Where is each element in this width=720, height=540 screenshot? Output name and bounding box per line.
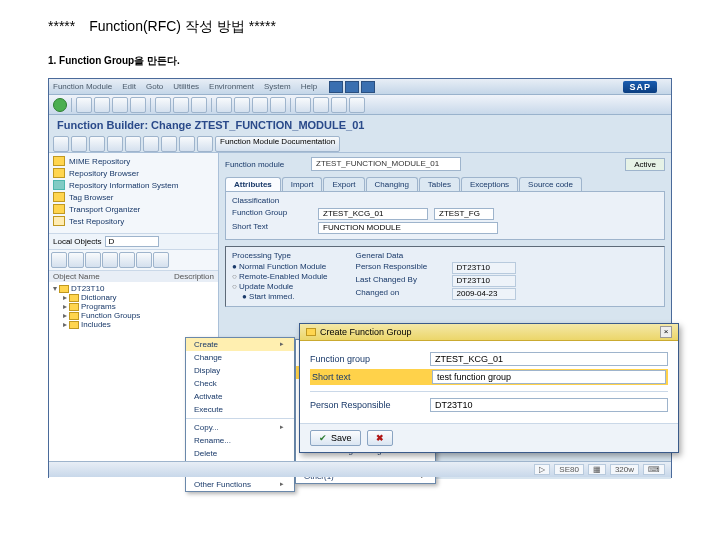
- new-session-icon[interactable]: [295, 97, 311, 113]
- tag-icon: [53, 192, 65, 202]
- dialog-save-button[interactable]: Save: [310, 430, 361, 446]
- menu-edit[interactable]: Edit: [122, 82, 136, 91]
- next-page-icon[interactable]: [252, 97, 268, 113]
- display-list-icon[interactable]: [161, 136, 177, 152]
- last-page-icon[interactable]: [270, 97, 286, 113]
- nav-up-icon[interactable]: [85, 252, 101, 268]
- prev-page-icon[interactable]: [234, 97, 250, 113]
- status-seg-tcode: SE80: [554, 464, 584, 475]
- tab-exceptions[interactable]: Exceptions: [461, 177, 518, 191]
- ctx-check[interactable]: Check: [186, 377, 294, 390]
- local-objects-input[interactable]: [105, 236, 159, 247]
- repo-test[interactable]: Test Repository: [51, 215, 216, 227]
- ctx-change[interactable]: Change: [186, 351, 294, 364]
- gen-person-label: Person Responsible: [356, 262, 446, 274]
- tree-includes[interactable]: ▸Includes: [51, 320, 216, 329]
- menu-function-module[interactable]: Function Module: [53, 82, 112, 91]
- pattern-icon[interactable]: [179, 136, 195, 152]
- fg-label: Function Group: [232, 208, 312, 220]
- tab-source[interactable]: Source code: [519, 177, 582, 191]
- menu-system[interactable]: System: [264, 82, 291, 91]
- repo-mime[interactable]: MIME Repository: [51, 155, 216, 167]
- disp-change-icon[interactable]: [53, 136, 69, 152]
- menu-environment[interactable]: Environment: [209, 82, 254, 91]
- nav-display-icon[interactable]: [119, 252, 135, 268]
- nav-refresh-icon[interactable]: [102, 252, 118, 268]
- ctx-delete[interactable]: Delete: [186, 447, 294, 460]
- fg-field[interactable]: ZTEST_KCG_01: [318, 208, 428, 220]
- repo-tag-browser[interactable]: Tag Browser: [51, 191, 216, 203]
- dialog-cancel-button[interactable]: ✖: [367, 430, 393, 446]
- local-objects-bar: Local Objects: [49, 233, 218, 250]
- ctx-rename[interactable]: Rename...: [186, 434, 294, 447]
- tab-tables[interactable]: Tables: [419, 177, 460, 191]
- close-window-icon[interactable]: [361, 81, 375, 93]
- shortcut-icon[interactable]: [313, 97, 329, 113]
- radio-remote-fm[interactable]: Remote-Enabled Module: [232, 272, 328, 281]
- ctx-copy[interactable]: Copy...: [186, 421, 294, 434]
- dlg-fg-input[interactable]: ZTEST_KCG_01: [430, 352, 668, 366]
- tree-root[interactable]: ▾DT23T10: [51, 284, 216, 293]
- tab-export[interactable]: Export: [323, 177, 364, 191]
- radio-normal-fm[interactable]: Normal Function Module: [232, 262, 328, 271]
- exit-icon[interactable]: [112, 97, 128, 113]
- radio-update-fm[interactable]: Update Module: [232, 282, 328, 291]
- maximize-icon[interactable]: [345, 81, 359, 93]
- repo-transport[interactable]: Transport Organizer: [51, 203, 216, 215]
- layout-icon[interactable]: [349, 97, 365, 113]
- dialog-title: Create Function Group: [320, 327, 412, 337]
- fm-name-field[interactable]: ZTEST_FUNCTION_MODULE_01: [311, 157, 461, 171]
- repo-browser[interactable]: Repository Browser: [51, 167, 216, 179]
- tab-attributes[interactable]: Attributes: [225, 177, 281, 191]
- dialog-close-icon[interactable]: ×: [660, 326, 672, 338]
- gen-lastchg-label: Last Changed By: [356, 275, 446, 287]
- ctx-other-functions[interactable]: Other Functions: [186, 478, 294, 491]
- app-toolbar: Function Module Documentation: [49, 135, 671, 153]
- ctx-create[interactable]: Create: [186, 338, 294, 351]
- tree-function-groups[interactable]: ▸Function Groups: [51, 311, 216, 320]
- folder-icon: [69, 321, 79, 329]
- fm-doc-icon[interactable]: Function Module Documentation: [215, 136, 340, 152]
- ctx-display[interactable]: Display: [186, 364, 294, 377]
- shorttext-field[interactable]: FUNCTION MODULE: [318, 222, 498, 234]
- first-page-icon[interactable]: [216, 97, 232, 113]
- enter-icon[interactable]: [53, 98, 67, 112]
- ctx-activate[interactable]: Activate: [186, 390, 294, 403]
- print-icon[interactable]: [155, 97, 171, 113]
- menu-utilities[interactable]: Utilities: [173, 82, 199, 91]
- tree-programs[interactable]: ▸Programs: [51, 302, 216, 311]
- menu-help[interactable]: Help: [301, 82, 317, 91]
- truck-icon: [53, 204, 65, 214]
- nav-forward-icon[interactable]: [68, 252, 84, 268]
- other-object-icon[interactable]: [71, 136, 87, 152]
- back-icon[interactable]: [94, 97, 110, 113]
- where-used-icon[interactable]: [143, 136, 159, 152]
- info-icon: [53, 180, 65, 190]
- radio-start-immed[interactable]: Start immed.: [242, 292, 328, 301]
- tree-dictionary[interactable]: ▸Dictionary: [51, 293, 216, 302]
- dlg-st-input[interactable]: test function group: [432, 370, 666, 384]
- nav-favorites-icon[interactable]: [136, 252, 152, 268]
- gen-lastchg-field: DT23T10: [452, 275, 516, 287]
- fm-status: Active: [625, 158, 665, 171]
- find-next-icon[interactable]: [191, 97, 207, 113]
- cancel-icon[interactable]: [130, 97, 146, 113]
- save-icon[interactable]: [76, 97, 92, 113]
- activate-icon[interactable]: [107, 136, 123, 152]
- tab-changing[interactable]: Changing: [366, 177, 418, 191]
- nav-set-icon[interactable]: [153, 252, 169, 268]
- check-icon[interactable]: [89, 136, 105, 152]
- general-header: General Data: [356, 251, 516, 260]
- minimize-icon[interactable]: [329, 81, 343, 93]
- dlg-person-input[interactable]: DT23T10: [430, 398, 668, 412]
- nav-back-icon[interactable]: [51, 252, 67, 268]
- find-icon[interactable]: [173, 97, 189, 113]
- help-icon[interactable]: [331, 97, 347, 113]
- menu-goto[interactable]: Goto: [146, 82, 163, 91]
- repo-info-system[interactable]: Repository Information System: [51, 179, 216, 191]
- execute-icon[interactable]: [125, 136, 141, 152]
- status-seg-server: 320w: [610, 464, 639, 475]
- ctx-execute[interactable]: Execute: [186, 403, 294, 416]
- pretty-printer-icon[interactable]: [197, 136, 213, 152]
- tab-import[interactable]: Import: [282, 177, 323, 191]
